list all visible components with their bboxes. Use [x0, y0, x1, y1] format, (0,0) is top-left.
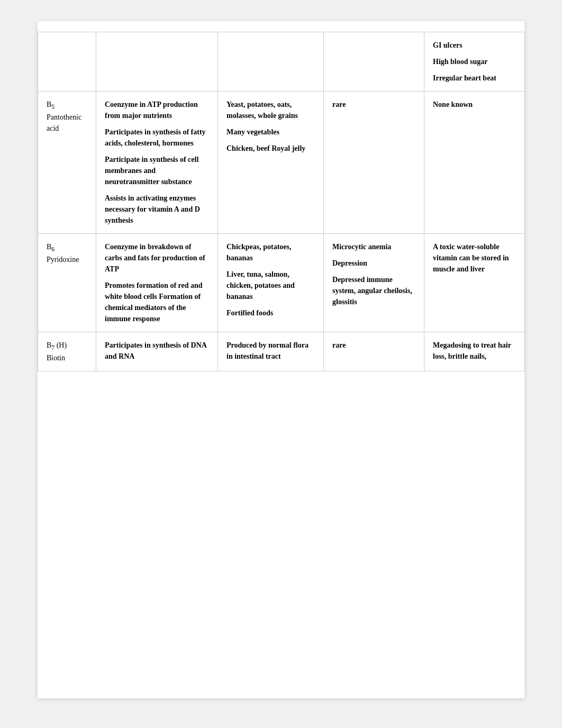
- vitamin-label-b7: B7 (H) Biotin: [47, 340, 87, 363]
- toxicity-b7: Megadosing to treat hair loss, brittle n…: [433, 340, 516, 362]
- page-container: GI ulcers High blood sugar Irregular hea…: [38, 21, 524, 698]
- function-b5-4: Assists in activating enzymes necessary …: [105, 193, 209, 226]
- toxicity-text-gi: GI ulcers: [433, 40, 516, 51]
- sources-b6-1: Chickpeas, potatoes, bananas: [226, 241, 315, 263]
- vitamin-letter-b7: B7 (H): [47, 341, 67, 349]
- toxicity-b5: None known: [433, 99, 516, 110]
- sources-b5-3: Chicken, beef Royal jelly: [226, 143, 315, 154]
- sources-b6-2: Liver, tuna, salmon, chicken, potatoes a…: [226, 269, 315, 302]
- function-content-b5: Coenzyme in ATP production from major nu…: [105, 99, 209, 226]
- deficiency-cell-b6: Microcytic anemia Depression Depressed i…: [324, 234, 424, 332]
- function-b5-2: Participates in synthesis of fatty acids…: [105, 126, 209, 149]
- deficiency-b7: rare: [332, 340, 415, 351]
- vitamin-letter-b6: B6: [47, 243, 55, 251]
- vitamin-label: B5 Pantothenic acid: [47, 99, 87, 134]
- table-row: B5 Pantothenic acid Coenzyme in ATP prod…: [38, 92, 525, 234]
- toxicity-cell: GI ulcers High blood sugar Irregular hea…: [424, 32, 525, 92]
- toxicity-text-heart: Irregular heart beat: [433, 72, 516, 84]
- function-b5-3: Participate in synthesis of cell membran…: [105, 154, 209, 187]
- table-row: B7 (H) Biotin Participates in synthesis …: [38, 332, 525, 371]
- sources-b7: Produced by normal flora in intestinal t…: [226, 340, 315, 362]
- sources-content-b6: Chickpeas, potatoes, bananas Liver, tuna…: [226, 241, 315, 319]
- deficiency-cell-b7: rare: [324, 332, 424, 371]
- function-b6-2: Promotes formation of red and white bloo…: [105, 280, 209, 324]
- sources-b5-1: Yeast, potatoes, oats, molasses, whole g…: [226, 99, 315, 121]
- function-b7: Participates in synthesis of DNA and RNA: [105, 340, 209, 362]
- vitamin-subscript-b6: 6: [51, 246, 55, 253]
- toxicity-cell-b6: A toxic water-soluble vitamin can be sto…: [424, 234, 525, 332]
- deficiency-cell: [324, 32, 424, 92]
- sources-cell: [218, 32, 324, 92]
- toxicity-b6: A toxic water-soluble vitamin can be sto…: [433, 241, 516, 275]
- sources-cell-b5: Yeast, potatoes, oats, molasses, whole g…: [218, 92, 324, 234]
- deficiency-cell-b5: rare: [324, 92, 424, 234]
- vitamin-cell-b6: B6 Pyridoxine: [38, 234, 96, 332]
- function-cell-b7: Participates in synthesis of DNA and RNA: [96, 332, 218, 371]
- sources-cell-b6: Chickpeas, potatoes, bananas Liver, tuna…: [218, 234, 324, 332]
- function-cell-b6: Coenzyme in breakdown of carbs and fats …: [96, 234, 218, 332]
- vitamin-common-name-b6: Pyridoxine: [47, 256, 79, 263]
- vitamin-common-name-b7: Biotin: [47, 354, 65, 362]
- vitamin-subscript-b7: 7: [51, 344, 55, 351]
- table-row: GI ulcers High blood sugar Irregular hea…: [38, 32, 525, 92]
- toxicity-cell-b7: Megadosing to treat hair loss, brittle n…: [424, 332, 525, 371]
- vitamin-cell: [38, 32, 96, 92]
- sources-b6-3: Fortified foods: [226, 307, 315, 319]
- vitamin-common-name: Pantothenic acid: [47, 113, 81, 132]
- toxicity-content: GI ulcers High blood sugar Irregular hea…: [433, 40, 516, 84]
- deficiency-b6-1: Microcytic anemia: [332, 241, 415, 252]
- deficiency-b6-3: Depressed immune system, angular cheilos…: [332, 274, 415, 307]
- deficiency-b5: rare: [332, 99, 415, 110]
- vitamin-letter: B5: [47, 101, 55, 108]
- vitamin-subscript: 5: [51, 104, 55, 111]
- toxicity-cell-b5: None known: [424, 92, 525, 234]
- deficiency-b6-2: Depression: [332, 258, 415, 269]
- vitamin-cell-b7: B7 (H) Biotin: [38, 332, 96, 371]
- vitamin-cell-b5: B5 Pantothenic acid: [38, 92, 96, 234]
- toxicity-text-sugar: High blood sugar: [433, 56, 516, 67]
- function-content-b6: Coenzyme in breakdown of carbs and fats …: [105, 241, 209, 324]
- sources-content-b5: Yeast, potatoes, oats, molasses, whole g…: [226, 99, 315, 154]
- function-b6-1: Coenzyme in breakdown of carbs and fats …: [105, 241, 209, 275]
- vitamin-table: GI ulcers High blood sugar Irregular hea…: [38, 32, 525, 371]
- vitamin-label-b6: B6 Pyridoxine: [47, 241, 87, 265]
- function-b5-1: Coenzyme in ATP production from major nu…: [105, 99, 209, 121]
- deficiency-content-b6: Microcytic anemia Depression Depressed i…: [332, 241, 415, 307]
- table-row: B6 Pyridoxine Coenzyme in breakdown of c…: [38, 234, 525, 332]
- sources-cell-b7: Produced by normal flora in intestinal t…: [218, 332, 324, 371]
- function-cell-b5: Coenzyme in ATP production from major nu…: [96, 92, 218, 234]
- function-cell: [96, 32, 218, 92]
- sources-b5-2: Many vegetables: [226, 126, 315, 138]
